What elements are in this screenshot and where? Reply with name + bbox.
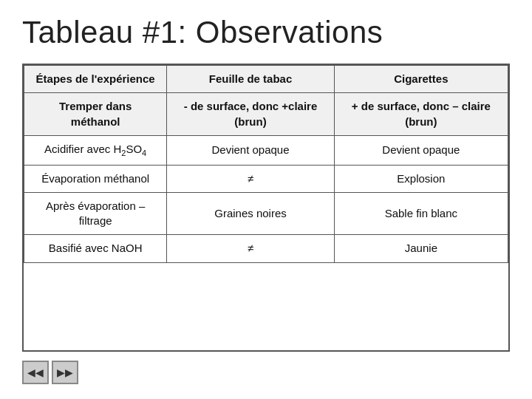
table-row: Après évaporation – filtrage Graines noi…	[24, 192, 508, 235]
col-header-feuille: Feuille de tabac	[167, 66, 334, 93]
page: Tableau #1: Observations Étapes de l'exp…	[0, 0, 532, 399]
cell-evaporation-cigarettes: Explosion	[334, 165, 508, 192]
table-row: Acidifier avec H2SO4 Devient opaque Devi…	[24, 135, 508, 165]
cell-acidifier-cigarettes: Devient opaque	[334, 135, 508, 165]
col-header-cigarettes: Cigarettes	[334, 66, 508, 93]
cell-apres-label: Après évaporation – filtrage	[24, 192, 167, 235]
col-header-etapes: Étapes de l'expérience	[24, 66, 167, 93]
back-button[interactable]: ◀◀	[22, 361, 49, 384]
cell-acidifier-label: Acidifier avec H2SO4	[24, 135, 167, 165]
forward-button[interactable]: ▶▶	[52, 361, 78, 384]
cell-tremper-label: Tremper dans méthanol	[24, 93, 167, 136]
table-header-row: Étapes de l'expérience Feuille de tabac …	[24, 66, 508, 93]
table-row: Tremper dans méthanol - de surface, donc…	[24, 93, 508, 136]
cell-apres-feuille: Graines noires	[167, 192, 334, 235]
cell-basifie-label: Basifié avec NaOH	[24, 235, 167, 262]
page-title: Tableau #1: Observations	[22, 15, 510, 50]
cell-apres-cigarettes: Sable fin blanc	[334, 192, 508, 235]
table-row: Évaporation méthanol ≠ Explosion	[24, 165, 508, 192]
cell-tremper-cigarettes: + de surface, donc – claire (brun)	[334, 93, 508, 136]
cell-evaporation-feuille: ≠	[167, 165, 334, 192]
cell-acidifier-feuille: Devient opaque	[167, 135, 334, 165]
observations-table: Étapes de l'expérience Feuille de tabac …	[22, 64, 510, 352]
cell-basifie-cigarettes: Jaunie	[334, 235, 508, 262]
nav-buttons: ◀◀ ▶▶	[22, 361, 510, 384]
cell-evaporation-label: Évaporation méthanol	[24, 165, 167, 192]
cell-basifie-feuille: ≠	[167, 235, 334, 262]
table-row: Basifié avec NaOH ≠ Jaunie	[24, 235, 508, 262]
cell-tremper-feuille: - de surface, donc +claire (brun)	[167, 93, 334, 136]
